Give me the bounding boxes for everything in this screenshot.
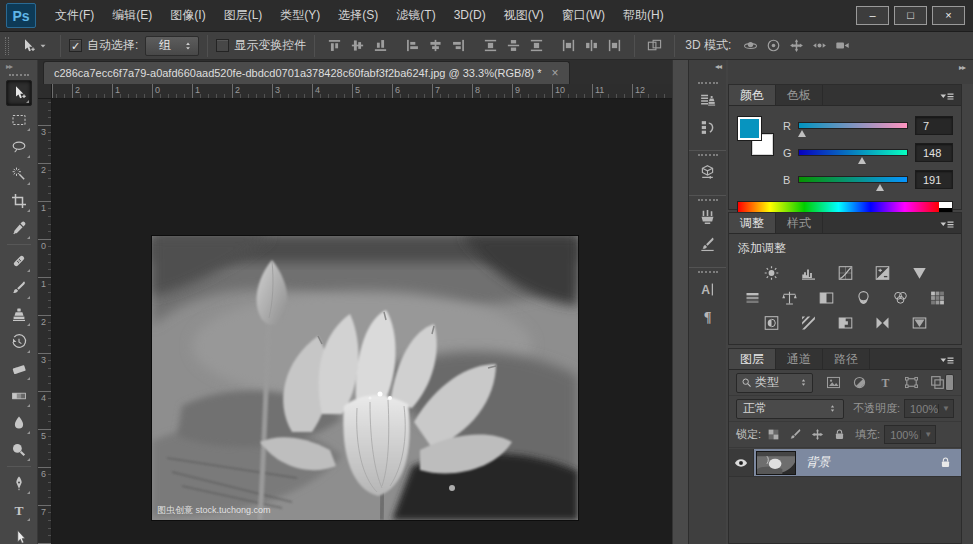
menu-window[interactable]: 窗口(W): [553, 0, 614, 32]
menu-help[interactable]: 帮助(H): [614, 0, 673, 32]
path-select-tool[interactable]: [6, 524, 32, 544]
blur-tool[interactable]: [6, 410, 32, 436]
distribute-left-icon[interactable]: [557, 36, 580, 56]
eye-icon[interactable]: [734, 456, 748, 470]
tab-adjustments[interactable]: 调整: [729, 213, 776, 233]
adj-selectivecolor-icon[interactable]: [907, 313, 931, 332]
slider-handle-icon[interactable]: [798, 130, 806, 137]
type-tool[interactable]: T: [6, 497, 32, 523]
vertical-ruler[interactable]: 32101234567: [38, 99, 52, 544]
3d-pan-icon[interactable]: [785, 36, 808, 56]
channel-slider[interactable]: [798, 122, 908, 129]
spot-healing-tool[interactable]: [6, 248, 32, 274]
layer-row[interactable]: 背景: [729, 449, 961, 477]
dock-grip[interactable]: [698, 154, 718, 157]
distribute-vcenter-icon[interactable]: [502, 36, 525, 56]
distribute-top-icon[interactable]: [479, 36, 502, 56]
tab-styles[interactable]: 样式: [776, 213, 823, 233]
adj-vibrance-icon[interactable]: [907, 263, 931, 282]
tab-color[interactable]: 颜色: [729, 85, 776, 105]
collapse-toolbar-icon[interactable]: ▸▸: [6, 62, 12, 71]
adj-gradientmap-icon[interactable]: [870, 313, 894, 332]
move-tool[interactable]: [6, 80, 32, 106]
3d-slide-icon[interactable]: [808, 36, 831, 56]
align-right-icon[interactable]: [447, 36, 470, 56]
magic-wand-tool[interactable]: [6, 161, 32, 187]
menu-3d[interactable]: 3D(D): [445, 0, 495, 32]
channel-value-field[interactable]: 7: [915, 116, 953, 135]
close-button[interactable]: ×: [932, 6, 965, 25]
lock-transparency-icon[interactable]: [767, 428, 780, 441]
expand-dock-icon[interactable]: ◂◂: [715, 62, 721, 71]
menu-layer[interactable]: 图层(L): [215, 0, 272, 32]
foreground-color-swatch[interactable]: [738, 117, 761, 140]
distribute-bottom-icon[interactable]: [525, 36, 548, 56]
filter-type-icon[interactable]: T: [878, 375, 893, 390]
show-transform-checkbox[interactable]: [216, 39, 229, 52]
adj-channelmixer-icon[interactable]: [889, 288, 913, 307]
properties-panel-icon[interactable]: [693, 160, 723, 185]
minimize-button[interactable]: –: [856, 6, 889, 25]
dock-grip[interactable]: [698, 82, 718, 85]
canvas-area[interactable]: 图虫创意 stock.tuchong.com: [52, 99, 672, 544]
3d-roll-icon[interactable]: [762, 36, 785, 56]
filter-pixel-icon[interactable]: [826, 375, 841, 390]
adj-colorbalance-icon[interactable]: [778, 288, 802, 307]
brush-panel-icon[interactable]: [693, 205, 723, 230]
slider-handle-icon[interactable]: [876, 184, 884, 191]
menu-view[interactable]: 视图(V): [495, 0, 553, 32]
lock-paint-icon[interactable]: [789, 428, 802, 441]
clone-stamp-tool[interactable]: [6, 302, 32, 328]
tab-swatches[interactable]: 色板: [776, 85, 823, 105]
adj-posterize-icon[interactable]: [796, 313, 820, 332]
auto-select-checkbox[interactable]: ✓: [69, 39, 82, 52]
eraser-tool[interactable]: [6, 356, 32, 382]
current-tool-preview[interactable]: [20, 38, 48, 54]
adj-levels-icon[interactable]: [796, 263, 820, 282]
layer-main[interactable]: 背景: [754, 449, 961, 476]
menu-select[interactable]: 选择(S): [329, 0, 387, 32]
distribute-right-icon[interactable]: [603, 36, 626, 56]
adj-huesat-icon[interactable]: [741, 288, 765, 307]
adj-photofilter-icon[interactable]: [852, 288, 876, 307]
marquee-tool[interactable]: [6, 107, 32, 133]
document-tab[interactable]: c286ca7ecc6f7a79-a0afd660aad520fe-dbdcd0…: [43, 61, 570, 84]
blend-mode-dropdown[interactable]: 正常: [736, 399, 844, 419]
adj-brightness-icon[interactable]: [759, 263, 783, 282]
adj-blackwhite-icon[interactable]: [815, 288, 839, 307]
3d-orbit-icon[interactable]: [739, 36, 762, 56]
adj-invert-icon[interactable]: [759, 313, 783, 332]
tab-layers[interactable]: 图层: [729, 349, 776, 369]
auto-select-scope-dropdown[interactable]: 组: [145, 36, 199, 56]
lock-move-icon[interactable]: [811, 428, 824, 441]
panel-menu-icon[interactable]: [938, 218, 956, 230]
layer-thumbnail[interactable]: [756, 451, 796, 475]
adj-threshold-icon[interactable]: [833, 313, 857, 332]
dodge-tool[interactable]: [6, 437, 32, 463]
horizontal-ruler[interactable]: 210123456789101112: [52, 84, 672, 99]
dock-grip[interactable]: [698, 199, 718, 202]
gradient-tool[interactable]: [6, 383, 32, 409]
adj-exposure-icon[interactable]: [870, 263, 894, 282]
adj-colorlookup-icon[interactable]: [926, 288, 950, 307]
align-left-icon[interactable]: [401, 36, 424, 56]
brush-tool[interactable]: [6, 275, 32, 301]
opacity-field[interactable]: 100% ▼: [904, 399, 954, 418]
slider-handle-icon[interactable]: [858, 157, 866, 164]
options-bar-grip[interactable]: [5, 37, 9, 55]
menu-type[interactable]: 类型(Y): [271, 0, 329, 32]
menu-filter[interactable]: 滤镜(T): [387, 0, 444, 32]
auto-align-icon[interactable]: [643, 36, 666, 56]
close-tab-icon[interactable]: ×: [552, 68, 559, 79]
toolbar-grip[interactable]: [9, 74, 29, 77]
eyedropper-tool[interactable]: [6, 215, 32, 241]
align-bottom-icon[interactable]: [369, 36, 392, 56]
filter-shape-icon[interactable]: [904, 375, 919, 390]
tab-channels[interactable]: 通道: [776, 349, 823, 369]
brush-presets-panel-icon[interactable]: [693, 232, 723, 257]
fill-field[interactable]: 100% ▼: [884, 425, 936, 444]
collapse-panels-icon[interactable]: ▸▸: [959, 63, 965, 72]
pen-tool[interactable]: [6, 470, 32, 496]
channel-slider[interactable]: [798, 176, 908, 183]
align-vcenter-icon[interactable]: [346, 36, 369, 56]
